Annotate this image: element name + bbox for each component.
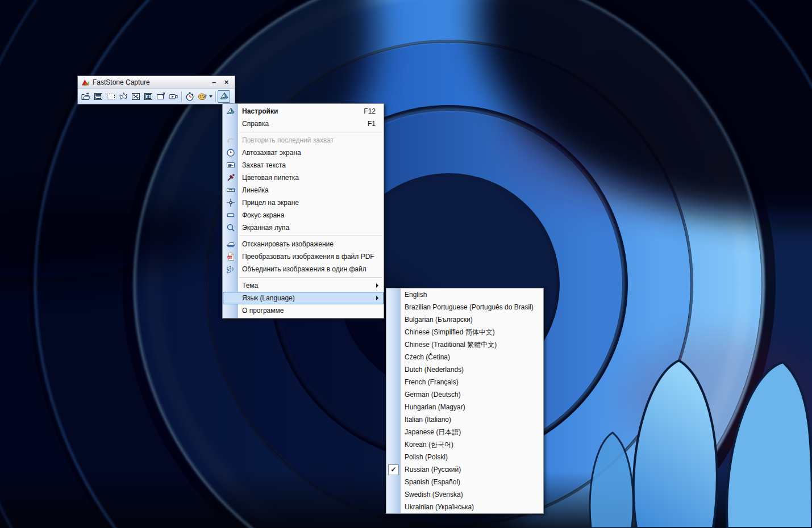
menu-item-settings[interactable]: Настройки F12 <box>223 105 384 118</box>
capture-scrolling-icon <box>143 91 153 102</box>
menu-item-language[interactable]: Язык (Language) <box>223 292 384 304</box>
checkmark-icon: ✓ <box>388 464 399 475</box>
submenu-item-swedish[interactable]: Swedish (Svenska) <box>386 488 543 501</box>
editor-palette-icon <box>197 91 207 102</box>
minimize-button[interactable]: – <box>209 78 219 87</box>
toolbar-editor-button[interactable] <box>196 90 209 103</box>
menu-item-ruler[interactable]: Линейка <box>223 184 384 196</box>
capture-freehand-icon <box>118 91 128 102</box>
toolbar-capture-fixed-region-button[interactable] <box>155 90 167 103</box>
magnifier-icon <box>223 223 238 232</box>
clock-icon <box>223 148 238 157</box>
window-title: FastStone Capture <box>93 78 206 86</box>
submenu-item-bulgarian[interactable]: Bulgarian (Български) <box>386 313 543 326</box>
window-titlebar[interactable]: FastStone Capture – × <box>78 76 235 89</box>
submenu-item-ukrainian[interactable]: Ukrainian (Українська) <box>386 501 543 513</box>
toolbar-capture-freehand-button[interactable] <box>117 90 130 103</box>
submenu-item-korean[interactable]: Korean (한국어) <box>386 438 543 451</box>
menu-item-convert-to-pdf[interactable]: PDF Преобразовать изображения в файл PDF <box>223 250 384 263</box>
settings-context-menu: Настройки F12 Справка F1 Повторить после… <box>222 103 384 319</box>
faststone-logo-icon <box>81 78 90 86</box>
pdf-icon: PDF <box>223 252 238 261</box>
menu-item-screen-magnifier[interactable]: Экранная лупа <box>223 221 384 234</box>
join-images-icon <box>223 265 238 274</box>
toolbar-capture-window-button[interactable] <box>92 90 105 103</box>
delay-timer-icon <box>185 91 195 102</box>
toolbar-capture-fullscreen-button[interactable] <box>130 90 142 103</box>
toolbar-separator <box>181 91 182 102</box>
menu-item-about[interactable]: О программе <box>223 304 384 317</box>
close-button[interactable]: × <box>222 78 231 87</box>
toolbar-separator <box>215 91 216 102</box>
menu-item-scan-image[interactable]: Отсканировать изображение <box>223 238 384 250</box>
open-folder-icon <box>81 91 91 102</box>
submenu-arrow-icon <box>376 283 378 288</box>
toolbar-open-button[interactable] <box>80 90 92 103</box>
menu-item-join-images[interactable]: Объединить изображения в один файл <box>223 263 384 275</box>
crosshair-icon <box>223 198 238 207</box>
submenu-item-german[interactable]: German (Deutsch) <box>386 388 543 401</box>
text-capture-icon <box>223 161 238 170</box>
submenu-item-dutch[interactable]: Dutch (Nederlands) <box>386 363 543 376</box>
toolbar-delay-timer-button[interactable] <box>184 90 196 103</box>
submenu-item-czech[interactable]: Czech (Četina) <box>386 351 543 363</box>
menu-item-help[interactable]: Справка F1 <box>223 118 384 130</box>
submenu-item-spanish[interactable]: Spanish (Español) <box>386 476 543 488</box>
submenu-item-polish[interactable]: Polish (Polski) <box>386 451 543 463</box>
screen-recorder-icon <box>168 91 178 102</box>
menu-item-capture-text[interactable]: Захват текста <box>223 159 384 171</box>
toolbar-settings-button[interactable] <box>218 90 230 103</box>
ruler-icon <box>223 186 238 195</box>
toolbar-screen-recorder-button[interactable] <box>167 90 180 103</box>
submenu-item-russian[interactable]: ✓ Russian (Русский) <box>386 463 543 476</box>
submenu-item-french[interactable]: French (Français) <box>386 376 543 388</box>
submenu-item-japanese[interactable]: Japanese (日本語) <box>386 426 543 438</box>
capture-rectangle-icon <box>106 91 116 102</box>
menu-separator <box>223 130 384 134</box>
editor-dropdown-arrow-icon[interactable] <box>209 95 213 98</box>
settings-icon <box>219 91 229 102</box>
submenu-item-english[interactable]: English <box>386 288 543 301</box>
menu-item-color-picker[interactable]: Цветовая пипетка <box>223 171 384 184</box>
capture-window-icon <box>93 91 103 102</box>
capture-toolbar <box>78 89 235 104</box>
scanner-icon <box>223 240 238 249</box>
submenu-item-italian[interactable]: Italian (Italiano) <box>386 413 543 426</box>
shortcut-label: F12 <box>364 107 384 115</box>
menu-separator <box>223 275 384 279</box>
menu-item-repeat-last-capture: Повторить последний захват <box>223 134 384 146</box>
undo-icon <box>223 136 238 145</box>
submenu-arrow-icon <box>376 296 378 300</box>
toolbar-capture-scrolling-button[interactable] <box>142 90 155 103</box>
submenu-item-chinese-simplified[interactable]: Chinese (Simplified 简体中文) <box>386 326 543 338</box>
menu-item-screen-crosshair[interactable]: Прицел на экране <box>223 196 384 209</box>
language-submenu: English Brazilian Portuguese (Português … <box>386 288 544 514</box>
svg-text:PDF: PDF <box>228 256 233 259</box>
capture-fixed-region-icon <box>156 91 166 102</box>
settings-icon <box>223 107 238 116</box>
capture-fullscreen-icon <box>131 91 141 102</box>
submenu-item-hungarian[interactable]: Hungarian (Magyar) <box>386 401 543 413</box>
shortcut-label: F1 <box>368 120 384 128</box>
toolbar-capture-rectangle-button[interactable] <box>105 90 117 103</box>
submenu-item-chinese-traditional[interactable]: Chinese (Traditional 繁體中文) <box>386 338 543 351</box>
focus-rect-icon <box>223 211 238 220</box>
faststone-capture-window: FastStone Capture – × <box>77 76 235 104</box>
submenu-item-brazilian-portuguese[interactable]: Brazilian Portuguese (Português do Brasi… <box>386 301 543 313</box>
menu-item-auto-capture[interactable]: Автозахват экрана <box>223 146 384 159</box>
eyedropper-icon <box>223 173 238 182</box>
menu-separator <box>223 234 384 238</box>
menu-item-theme[interactable]: Тема <box>223 279 384 292</box>
menu-item-screen-focus[interactable]: Фокус экрана <box>223 209 384 221</box>
